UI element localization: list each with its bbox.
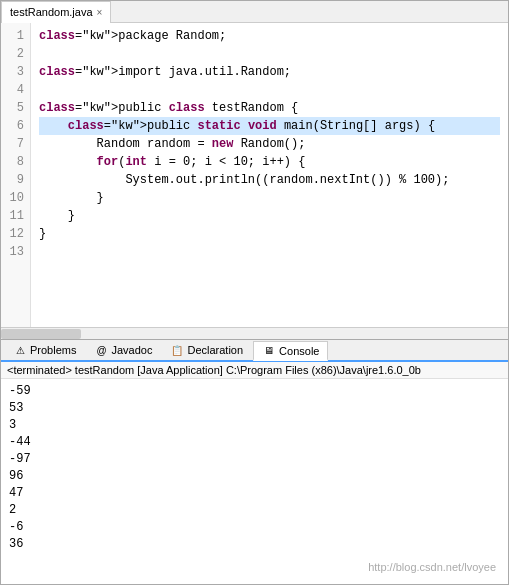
problems-tab-label: Problems — [30, 344, 76, 356]
console-line: 47 — [9, 485, 500, 502]
bottom-tab-console[interactable]: 🖥Console — [253, 341, 328, 361]
problems-tab-icon: ⚠ — [13, 343, 27, 357]
tab-filename: testRandom.java — [10, 6, 93, 18]
console-line: -44 — [9, 434, 500, 451]
console-line: 96 — [9, 468, 500, 485]
bottom-tab-declaration[interactable]: 📋Declaration — [162, 340, 251, 360]
console-line: 36 — [9, 536, 500, 553]
code-content[interactable]: class="kw">package Random; class="kw">im… — [31, 23, 508, 327]
declaration-tab-label: Declaration — [187, 344, 243, 356]
bottom-tab-problems[interactable]: ⚠Problems — [5, 340, 84, 360]
javadoc-tab-label: Javadoc — [111, 344, 152, 356]
editor-tab-testRandom[interactable]: testRandom.java × — [1, 1, 111, 23]
code-area: 12345678910111213 class="kw">package Ran… — [1, 23, 508, 327]
close-icon[interactable]: × — [97, 7, 103, 18]
javadoc-tab-icon: @ — [94, 343, 108, 357]
bottom-tab-bar: ⚠Problems@Javadoc📋Declaration🖥Console — [1, 340, 508, 362]
console-output: -59533-44-9796472-636http://blog.csdn.ne… — [1, 379, 508, 584]
editor-tab-bar: testRandom.java × — [1, 1, 508, 23]
console-tab-label: Console — [279, 345, 319, 357]
editor-container: testRandom.java × 12345678910111213 clas… — [0, 0, 509, 340]
console-line: -97 — [9, 451, 500, 468]
console-tab-icon: 🖥 — [262, 344, 276, 358]
console-line: -6 — [9, 519, 500, 536]
bottom-panel: ⚠Problems@Javadoc📋Declaration🖥Console <t… — [0, 340, 509, 585]
console-line: -59 — [9, 383, 500, 400]
console-line: 2 — [9, 502, 500, 519]
console-line: 3 — [9, 417, 500, 434]
line-numbers: 12345678910111213 — [1, 23, 31, 327]
declaration-tab-icon: 📋 — [170, 343, 184, 357]
console-header: <terminated> testRandom [Java Applicatio… — [1, 362, 508, 379]
editor-scrollbar[interactable] — [1, 327, 508, 339]
console-line: 53 — [9, 400, 500, 417]
bottom-tab-javadoc[interactable]: @Javadoc — [86, 340, 160, 360]
scrollbar-thumb[interactable] — [1, 329, 81, 339]
watermark: http://blog.csdn.net/lvoyee — [368, 559, 496, 576]
